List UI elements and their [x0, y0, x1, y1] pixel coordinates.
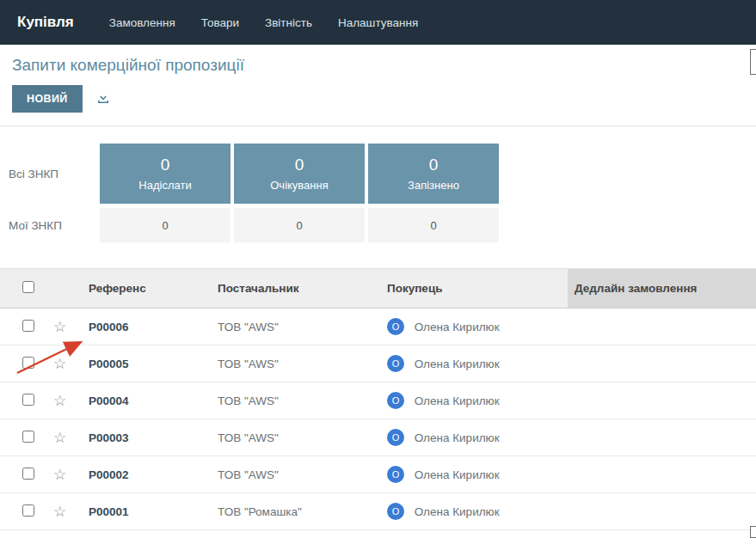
- tile-label: Запізнено: [408, 179, 459, 192]
- new-button[interactable]: НОВИЙ: [12, 85, 83, 113]
- row-reference: P00005: [82, 345, 211, 382]
- row-reference: P00002: [82, 456, 211, 493]
- clipped-control-top-right: [750, 49, 756, 75]
- row-reference: P00006: [82, 309, 211, 345]
- buyer-name: Олена Кирилюк: [415, 468, 500, 481]
- tile-count: 0: [429, 156, 439, 173]
- row-reference: P00001: [82, 493, 211, 530]
- row-reference: P00003: [82, 419, 211, 456]
- tile-to-send-all[interactable]: 0 Надіслати: [100, 144, 230, 204]
- header-supplier[interactable]: Постачальник: [211, 269, 380, 309]
- row-buyer: О Олена Кирилюк: [380, 382, 568, 419]
- dashboard-all-label: Всі ЗНКП: [7, 144, 96, 204]
- row-buyer: О Олена Кирилюк: [380, 456, 568, 493]
- row-checkbox[interactable]: [22, 394, 34, 406]
- buyer-name: Олена Кирилюк: [415, 358, 500, 370]
- row-deadline: [568, 309, 756, 345]
- buyer-name: Олена Кирилюк: [415, 505, 500, 518]
- row-checkbox[interactable]: [22, 357, 34, 369]
- top-navbar: Купівля Замовлення Товари Звітність Нала…: [0, 0, 756, 45]
- star-icon[interactable]: ☆: [53, 504, 66, 520]
- control-panel-buttons: НОВИЙ: [12, 85, 744, 113]
- nav-item-reporting[interactable]: Звітність: [252, 3, 325, 43]
- tile-label: Надіслати: [138, 179, 191, 192]
- dashboard-my-label: Мої ЗНКП: [7, 208, 96, 242]
- app-menu-title[interactable]: Купівля: [10, 14, 81, 31]
- table-row[interactable]: ☆ P00004 ТОВ "AWS" О Олена Кирилюк: [0, 382, 756, 419]
- nav-item-settings[interactable]: Налаштування: [325, 3, 431, 43]
- header-deadline[interactable]: Дедлайн замовлення: [568, 269, 756, 309]
- table-row[interactable]: ☆ P00006 ТОВ "AWS" О Олена Кирилюк: [0, 309, 756, 345]
- row-supplier: ТОВ "Ромашка": [211, 493, 380, 530]
- tile-waiting-my[interactable]: 0: [234, 208, 365, 242]
- nav-menu: Замовлення Товари Звітність Налаштування: [96, 3, 431, 43]
- table-row[interactable]: ☆ P00001 ТОВ "Ромашка" О Олена Кирилюк: [0, 493, 756, 530]
- header-reference[interactable]: Референс: [82, 269, 211, 309]
- star-icon[interactable]: ☆: [53, 467, 66, 483]
- row-deadline: [568, 345, 756, 382]
- row-supplier: ТОВ "AWS": [211, 309, 380, 345]
- row-checkbox[interactable]: [22, 504, 34, 517]
- tile-label: Очікування: [270, 179, 329, 192]
- tile-to-send-my[interactable]: 0: [100, 208, 230, 242]
- avatar: О: [387, 355, 404, 372]
- star-header-cell: [48, 269, 82, 309]
- row-supplier: ТОВ "AWS": [211, 456, 380, 493]
- tile-count: 0: [161, 156, 170, 173]
- download-icon: [96, 91, 110, 107]
- select-all-cell: [0, 269, 48, 309]
- row-buyer: О Олена Кирилюк: [380, 345, 568, 382]
- download-button[interactable]: [96, 91, 110, 107]
- control-panel: Запити комерційної пропозиції НОВИЙ: [0, 45, 756, 113]
- nav-item-products[interactable]: Товари: [188, 3, 252, 43]
- row-reference: P00004: [82, 382, 211, 419]
- rfq-dashboard: Всі ЗНКП 0 Надіслати 0 Очікування 0 Запі…: [0, 126, 756, 258]
- avatar: О: [387, 429, 404, 446]
- table-row[interactable]: ☆ P00002 ТОВ "AWS" О Олена Кирилюк: [0, 456, 756, 493]
- buyer-name: Олена Кирилюк: [415, 321, 500, 333]
- row-checkbox[interactable]: [22, 320, 34, 332]
- tile-waiting-all[interactable]: 0 Очікування: [234, 144, 365, 204]
- star-icon[interactable]: ☆: [53, 356, 66, 372]
- header-buyer[interactable]: Покупець: [380, 269, 568, 309]
- buyer-name: Олена Кирилюк: [415, 394, 500, 407]
- row-checkbox[interactable]: [22, 468, 34, 480]
- tile-late-all[interactable]: 0 Запізнено: [368, 144, 499, 204]
- table-header-row: Референс Постачальник Покупець Дедлайн з…: [0, 269, 756, 309]
- row-buyer: О Олена Кирилюк: [380, 419, 568, 456]
- row-buyer: О Олена Кирилюк: [380, 309, 568, 345]
- row-buyer: О Олена Кирилюк: [380, 493, 568, 530]
- star-icon[interactable]: ☆: [53, 319, 66, 335]
- rfq-table: Референс Постачальник Покупець Дедлайн з…: [0, 268, 756, 530]
- select-all-checkbox[interactable]: [22, 281, 34, 293]
- avatar: О: [387, 318, 404, 335]
- row-deadline: [568, 493, 756, 530]
- table-row[interactable]: ☆ P00005 ТОВ "AWS" О Олена Кирилюк: [0, 345, 756, 382]
- nav-item-orders[interactable]: Замовлення: [96, 3, 188, 43]
- row-deadline: [568, 382, 756, 419]
- clipped-control-bottom-right: [750, 526, 756, 538]
- row-supplier: ТОВ "AWS": [211, 382, 380, 419]
- row-supplier: ТОВ "AWS": [211, 419, 380, 456]
- avatar: О: [387, 392, 404, 409]
- star-icon[interactable]: ☆: [53, 393, 66, 409]
- star-icon[interactable]: ☆: [53, 430, 66, 446]
- row-deadline: [568, 456, 756, 493]
- row-checkbox[interactable]: [22, 431, 34, 443]
- avatar: О: [387, 503, 404, 520]
- tile-late-my[interactable]: 0: [368, 208, 499, 242]
- buyer-name: Олена Кирилюк: [415, 431, 500, 444]
- page-title: Запити комерційної пропозиції: [12, 56, 744, 75]
- row-deadline: [568, 419, 756, 456]
- avatar: О: [387, 466, 404, 483]
- tile-count: 0: [295, 156, 304, 173]
- row-supplier: ТОВ "AWS": [211, 345, 380, 382]
- table-row[interactable]: ☆ P00003 ТОВ "AWS" О Олена Кирилюк: [0, 419, 756, 456]
